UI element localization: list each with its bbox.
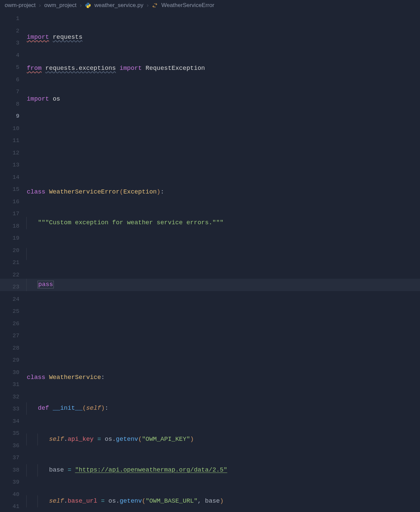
breadcrumb-item[interactable]: owm-project bbox=[5, 1, 36, 10]
code-line[interactable]: class WeatherService: bbox=[27, 372, 420, 384]
line-number: 21 bbox=[0, 257, 19, 269]
code-line[interactable] bbox=[27, 155, 420, 167]
line-number: 1 bbox=[0, 13, 19, 25]
line-number: 24 bbox=[0, 293, 19, 306]
line-number: 31 bbox=[0, 379, 19, 391]
code-line[interactable]: class WeatherServiceError(Exception): bbox=[27, 186, 420, 199]
line-number: 28 bbox=[0, 342, 19, 355]
line-number-gutter: 1 2 3 4 5 6 7 8 9 10 11 12 13 14 15 16 1… bbox=[0, 13, 27, 512]
line-number: 10 bbox=[0, 123, 19, 135]
line-number: 3 bbox=[0, 37, 19, 49]
line-number: 8 bbox=[0, 98, 19, 111]
code-line[interactable]: self.base_url = os.getenv("OWM_BASE_URL"… bbox=[27, 495, 420, 508]
line-number: 36 bbox=[0, 440, 19, 452]
line-number: 33 bbox=[0, 403, 19, 415]
line-number: 14 bbox=[0, 171, 19, 184]
line-number: 22 bbox=[0, 269, 19, 281]
line-number: 17 bbox=[0, 208, 19, 220]
line-number: 19 bbox=[0, 232, 19, 245]
breadcrumb-item[interactable]: weather_service.py bbox=[94, 1, 143, 10]
class-symbol-icon bbox=[152, 2, 158, 8]
line-number: 25 bbox=[0, 305, 19, 318]
line-number: 18 bbox=[0, 220, 19, 233]
code-line[interactable] bbox=[27, 341, 420, 353]
line-number: 2 bbox=[0, 25, 19, 37]
code-line[interactable]: self.api_key = os.getenv("OWM_API_KEY") bbox=[27, 433, 420, 446]
line-number: 15 bbox=[0, 183, 19, 196]
code-line[interactable]: import os bbox=[27, 93, 420, 106]
line-number: 4 bbox=[0, 49, 19, 62]
line-number: 32 bbox=[0, 391, 19, 403]
code-line-current[interactable]: pass bbox=[27, 279, 420, 291]
code-editor[interactable]: 1 2 3 4 5 6 7 8 9 10 11 12 13 14 15 16 1… bbox=[0, 11, 420, 512]
line-number: 37 bbox=[0, 452, 19, 464]
code-content[interactable]: import requests from requests.exceptions… bbox=[27, 13, 420, 512]
line-number: 34 bbox=[0, 415, 19, 428]
code-line[interactable] bbox=[27, 310, 420, 322]
line-number: 12 bbox=[0, 147, 19, 159]
breadcrumb-item[interactable]: WeatherServiceError bbox=[161, 1, 214, 10]
line-number: 20 bbox=[0, 245, 19, 257]
line-number: 7 bbox=[0, 86, 19, 98]
line-number: 23 bbox=[0, 281, 19, 293]
chevron-right-icon: › bbox=[80, 1, 82, 10]
line-number: 6 bbox=[0, 74, 19, 86]
line-number: 11 bbox=[0, 135, 19, 147]
line-number: 26 bbox=[0, 318, 19, 330]
breadcrumb[interactable]: owm-project › owm_project › weather_serv… bbox=[0, 0, 420, 11]
code-line[interactable]: from requests.exceptions import RequestE… bbox=[27, 62, 420, 75]
line-number: 5 bbox=[0, 61, 19, 74]
line-number: 41 bbox=[0, 501, 19, 512]
chevron-right-icon: › bbox=[39, 1, 41, 10]
line-number: 40 bbox=[0, 489, 19, 501]
line-number: 9 bbox=[0, 110, 19, 123]
code-line[interactable] bbox=[27, 124, 420, 137]
line-number: 27 bbox=[0, 330, 19, 342]
breadcrumb-item[interactable]: owm_project bbox=[44, 1, 76, 10]
line-number: 38 bbox=[0, 464, 19, 477]
code-line[interactable]: import requests bbox=[27, 31, 420, 44]
code-line[interactable]: base = "https://api.openweathermap.org/d… bbox=[27, 464, 420, 477]
line-number: 30 bbox=[0, 367, 19, 379]
code-line[interactable]: def __init__(self): bbox=[27, 402, 420, 415]
line-number: 16 bbox=[0, 196, 19, 208]
line-number: 39 bbox=[0, 476, 19, 489]
line-number: 13 bbox=[0, 159, 19, 171]
code-line[interactable]: """Custom exception for weather service … bbox=[27, 217, 420, 229]
python-file-icon bbox=[85, 2, 91, 8]
line-number: 35 bbox=[0, 427, 19, 440]
line-number: 29 bbox=[0, 354, 19, 367]
chevron-right-icon: › bbox=[147, 1, 149, 10]
code-line[interactable] bbox=[27, 248, 420, 260]
